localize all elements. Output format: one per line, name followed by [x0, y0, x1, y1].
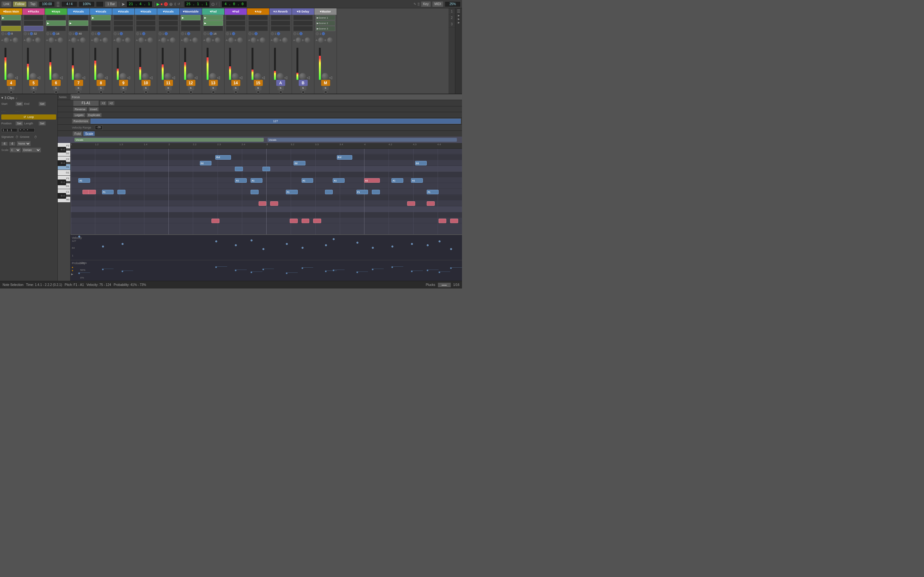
power-dot-A[interactable] [279, 91, 282, 93]
channel-power-6[interactable] [46, 32, 49, 35]
pan-knob-11[interactable] [164, 73, 171, 80]
send-knob-A-12[interactable] [183, 37, 189, 43]
start-set-button[interactable]: Set [15, 102, 23, 106]
power-dot-4[interactable] [10, 91, 13, 93]
scene-clip-5-2[interactable] [24, 26, 43, 31]
pan-knob-8[interactable] [97, 73, 104, 80]
loop-bar[interactable]: ↺ Loop [1, 114, 56, 119]
scene-clip-4-2[interactable] [1, 26, 21, 31]
scene-clip-11-1[interactable] [158, 21, 178, 26]
send-knob-A-B[interactable] [296, 37, 301, 43]
power-dot-5[interactable] [32, 91, 35, 93]
scene-clip-A-2[interactable] [271, 26, 290, 31]
channel-power-A[interactable] [271, 32, 274, 35]
fader-arrow-M[interactable]: ◁ [329, 75, 332, 80]
power-dot-B[interactable] [302, 91, 305, 93]
send-knob-B-13[interactable] [215, 37, 220, 43]
channel-header-10[interactable]: ▾ Vocals [135, 8, 157, 15]
scene-clip-5-1[interactable] [24, 21, 43, 26]
solo-button-15[interactable]: S [255, 86, 262, 90]
scene-clip-12-1[interactable] [181, 21, 200, 26]
power-dot-M[interactable] [324, 91, 327, 93]
scene-clip-6-2[interactable] [46, 26, 66, 31]
scene-clip-10-2[interactable] [136, 26, 156, 31]
note-block-24[interactable]: F1 [427, 190, 439, 194]
pan-knob-14[interactable] [232, 73, 239, 80]
channel-power-12[interactable] [181, 32, 184, 35]
solo-button-7[interactable]: S [75, 86, 82, 90]
send-knob-A-11[interactable] [161, 37, 166, 43]
length-set-button[interactable]: Set [39, 121, 46, 126]
note-block-25[interactable] [258, 201, 266, 206]
fader-arrow-13[interactable]: ◁ [217, 75, 220, 80]
channel-power-10[interactable] [136, 32, 139, 35]
pan-knob-M[interactable] [321, 73, 328, 80]
scene-clip-6-1[interactable]: ▶ [46, 21, 66, 26]
duplicate-button[interactable]: Duplicate [87, 113, 102, 117]
solo-button-6[interactable]: S [53, 86, 59, 90]
fader-arrow-12[interactable]: ◁ [194, 75, 197, 80]
scene-clip-8-0[interactable]: ▶ [91, 15, 111, 20]
channel-power-M[interactable] [316, 32, 319, 35]
velocity-dot-14[interactable] [411, 243, 413, 245]
scene-clip-B-0[interactable] [293, 15, 313, 20]
fader-arrow-10[interactable]: ◁ [150, 75, 152, 80]
power-dot-15[interactable] [257, 91, 260, 93]
scene-clip-10-0[interactable] [136, 15, 156, 20]
stop-button[interactable]: ■ [161, 2, 163, 6]
fader-arrow-15[interactable]: ◁ [262, 75, 265, 80]
send-knob-B-9[interactable] [125, 37, 131, 43]
velocity-dot-13[interactable] [391, 245, 393, 247]
pan-knob-12[interactable] [187, 73, 194, 80]
channel-header-12[interactable]: ▾ Wavetable [180, 8, 202, 15]
send-knob-B-8[interactable] [102, 37, 108, 43]
pan-knob-15[interactable] [254, 73, 261, 80]
note-block-4[interactable]: D2 [415, 161, 427, 165]
key-button[interactable]: Key [421, 1, 431, 7]
transpose-x2-button[interactable]: ×2 [108, 101, 114, 105]
scene-clip-13-1[interactable]: ▶ [204, 21, 223, 26]
velocity-dot-2[interactable] [121, 243, 124, 245]
send-knob-A-7[interactable] [71, 37, 77, 43]
note-block-30[interactable] [290, 219, 297, 223]
send-knob-A-A[interactable] [273, 37, 279, 43]
pan-knob-B[interactable] [299, 73, 306, 80]
pan-knob-10[interactable] [142, 73, 149, 80]
fader-arrow-8[interactable]: ◁ [105, 75, 107, 80]
channel-header-A[interactable]: ▾ A Reverb [270, 8, 292, 15]
solo-button-14[interactable]: S [233, 86, 239, 90]
send-knob-B-15[interactable] [260, 37, 265, 43]
piano-key-G1[interactable]: G1 [58, 170, 70, 176]
channel-header-11[interactable]: ▾ Vocals [157, 8, 179, 15]
solo-button-A[interactable]: S [278, 86, 284, 90]
send-knob-B-12[interactable] [192, 37, 198, 43]
velocity-dot-8[interactable] [302, 247, 304, 249]
fader-arrow-11[interactable]: ◁ [172, 75, 175, 80]
fader-arrow-A[interactable]: ◁ [284, 75, 287, 80]
scale-root-select[interactable]: C [10, 147, 21, 153]
hamburger-icon[interactable]: ☰ [457, 9, 460, 13]
note-block-6[interactable] [262, 167, 270, 171]
fader-arrow-6[interactable]: ◁ [60, 75, 63, 80]
pan-knob-13[interactable] [209, 73, 216, 80]
velocity-dot-17[interactable] [450, 248, 452, 250]
bpm-display[interactable]: 100.00 [39, 1, 55, 7]
zoom-display[interactable]: 100% [79, 1, 95, 7]
transpose-plus-button[interactable]: +2 [100, 101, 107, 105]
piano-key-Bb0[interactable]: B♭0 [58, 193, 66, 199]
scene-clip-12-2[interactable] [181, 26, 200, 31]
piano-key-Eb1[interactable]: E♭1 [58, 179, 66, 185]
send-knob-A-14[interactable] [228, 37, 234, 43]
velocity-dot-12[interactable] [372, 247, 374, 249]
send-knob-A-5[interactable] [26, 37, 32, 43]
note-block-29[interactable] [212, 219, 219, 223]
scene-clip-14-1[interactable] [226, 21, 246, 26]
solo-button-8[interactable]: S [98, 86, 104, 90]
bar-setting-button[interactable]: 1 Bar [105, 1, 117, 7]
scene-clip-A-1[interactable] [271, 21, 290, 26]
pan-knob-6[interactable] [52, 73, 59, 80]
send-knob-B-7[interactable] [80, 37, 86, 43]
follow-button[interactable]: Follow [13, 1, 27, 7]
sig-num[interactable]: 4 [1, 142, 8, 146]
channel-power-14[interactable] [226, 32, 229, 35]
